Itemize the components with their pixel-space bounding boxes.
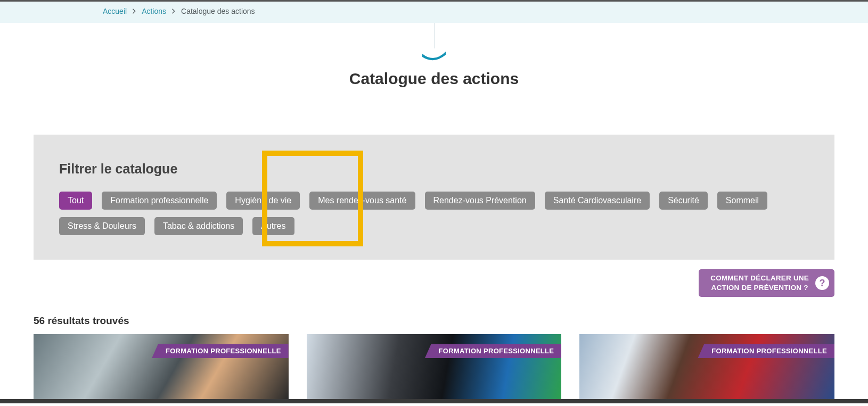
filter-panel: Filtrer le catalogue Tout Formation prof…	[34, 135, 834, 260]
help-icon: ?	[815, 276, 829, 290]
results-count: 56 résultats trouvés	[34, 315, 834, 327]
filter-chip-mes-rendez-vous-sante[interactable]: Mes rendez-vous santé	[309, 192, 415, 210]
filter-chip-sommeil[interactable]: Sommeil	[717, 192, 767, 210]
cta-line2: ACTION DE PRÉVENTION ?	[711, 284, 808, 292]
result-card[interactable]: FORMATION PROFESSIONNELLE	[307, 334, 562, 399]
card-tag: FORMATION PROFESSIONNELLE	[152, 344, 289, 358]
declare-prevention-action-button[interactable]: COMMENT DÉCLARER UNE ACTION DE PRÉVENTIO…	[699, 269, 834, 297]
result-card[interactable]: FORMATION PROFESSIONNELLE	[579, 334, 834, 399]
filter-title: Filtrer le catalogue	[59, 161, 809, 177]
vertical-divider	[434, 23, 435, 48]
cta-row: COMMENT DÉCLARER UNE ACTION DE PRÉVENTIO…	[34, 269, 834, 297]
card-tag: FORMATION PROFESSIONNELLE	[698, 344, 834, 358]
filter-chip-formation-professionnelle[interactable]: Formation professionnelle	[102, 192, 217, 210]
breadcrumb-link-actions[interactable]: Actions	[142, 7, 166, 15]
logo-swoosh-icon	[421, 52, 447, 62]
filter-chip-stress-douleurs[interactable]: Stress & Douleurs	[59, 217, 145, 235]
breadcrumb-link-accueil[interactable]: Accueil	[103, 7, 127, 15]
filter-chip-row: Tout Formation professionnelle Hygiène d…	[59, 192, 809, 235]
filter-chip-sante-cardiovasculaire[interactable]: Santé Cardiovasculaire	[545, 192, 650, 210]
breadcrumb-current: Catalogue des actions	[181, 7, 255, 15]
filter-chip-hygiene-de-vie[interactable]: Hygiène de vie	[226, 192, 300, 210]
page-title: Catalogue des actions	[0, 70, 868, 88]
cta-line1: COMMENT DÉCLARER UNE	[710, 274, 809, 282]
breadcrumb-bar: Accueil Actions Catalogue des actions	[0, 2, 868, 23]
result-card[interactable]: FORMATION PROFESSIONNELLE	[34, 334, 289, 399]
results-grid: FORMATION PROFESSIONNELLE FORMATION PROF…	[34, 334, 834, 399]
breadcrumb: Accueil Actions Catalogue des actions	[16, 7, 852, 15]
filter-chip-tout[interactable]: Tout	[59, 192, 92, 210]
filter-chip-autres[interactable]: Autres	[252, 217, 294, 235]
page-bottom-border	[0, 399, 868, 403]
card-tag: FORMATION PROFESSIONNELLE	[425, 344, 562, 358]
filter-chip-securite[interactable]: Sécurité	[659, 192, 708, 210]
filter-chip-tabac-addictions[interactable]: Tabac & addictions	[154, 217, 243, 235]
chevron-right-icon	[171, 7, 176, 15]
chevron-right-icon	[132, 7, 136, 15]
filter-chip-rendez-vous-prevention[interactable]: Rendez-vous Prévention	[425, 192, 535, 210]
